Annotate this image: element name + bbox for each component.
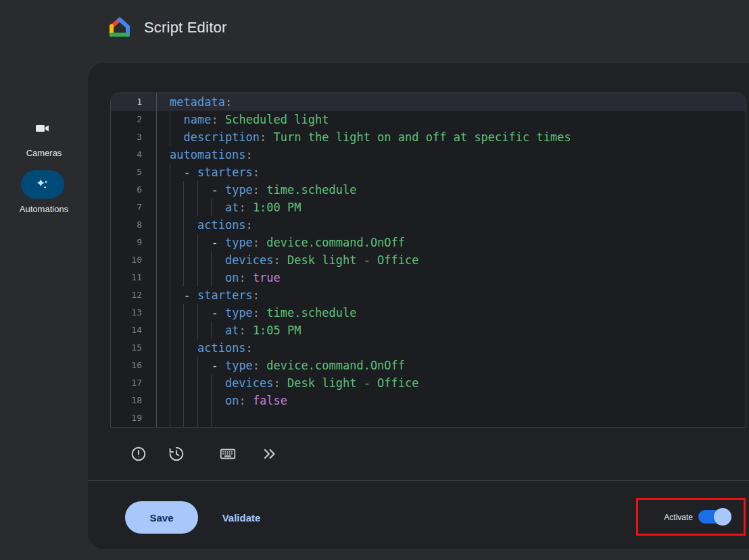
code-text: actions: <box>157 216 746 234</box>
indent-guide <box>211 322 212 339</box>
line-number: 6 <box>111 181 157 199</box>
code-line-18: 18 on: false <box>111 392 746 409</box>
indent-guide <box>183 269 184 286</box>
code-line-3: 3 description: Turn the light on and off… <box>111 128 746 146</box>
indent-guide <box>197 199 198 216</box>
line-number: 8 <box>111 216 157 234</box>
line-number: 3 <box>111 128 157 146</box>
code-text: devices: Desk light - Office <box>157 251 746 269</box>
code-line-10: 10 devices: Desk light - Office <box>111 251 746 269</box>
indent-guide <box>183 322 184 339</box>
indent-guide <box>183 357 184 374</box>
problems-button[interactable] <box>126 442 151 466</box>
validate-button[interactable]: Validate <box>211 501 272 534</box>
indent-guide <box>170 374 170 392</box>
code-text: - starters: <box>157 286 746 304</box>
keyboard-icon <box>219 445 237 463</box>
code-text: at: 1:05 PM <box>157 322 746 339</box>
indent-guide <box>183 409 184 427</box>
code-text: description: Turn the light on and off a… <box>157 128 746 146</box>
indent-guide <box>197 269 198 286</box>
line-number: 18 <box>111 392 157 409</box>
code-line-6: 6 - type: time.schedule <box>111 181 746 199</box>
indent-guide <box>211 374 212 392</box>
history-button[interactable] <box>164 442 189 466</box>
line-number: 13 <box>111 304 157 322</box>
activate-label: Activate <box>652 513 693 522</box>
indent-guide <box>170 357 170 374</box>
indent-guide <box>197 234 198 251</box>
line-number: 15 <box>111 339 157 357</box>
indent-guide <box>170 392 170 409</box>
line-number: 12 <box>111 286 157 304</box>
editor-card: 1metadata:2 name: Scheduled light3 descr… <box>88 63 749 549</box>
indent-guide <box>170 234 170 251</box>
indent-guide <box>197 251 198 269</box>
sidebar-item-label: Cameras <box>0 148 88 158</box>
indent-guide <box>170 216 170 234</box>
double-chevron-right-icon <box>261 445 279 463</box>
indent-guide <box>170 128 170 146</box>
line-number: 16 <box>111 357 157 374</box>
line-number: 9 <box>111 234 157 251</box>
code-text: name: Scheduled light <box>157 111 746 128</box>
code-text: actions: <box>157 339 746 357</box>
line-number: 17 <box>111 374 157 392</box>
code-text: on: true <box>157 269 746 286</box>
indent-guide <box>170 199 170 216</box>
code-text: on: false <box>157 392 746 409</box>
code-editor[interactable]: 1metadata:2 name: Scheduled light3 descr… <box>110 93 746 428</box>
keyboard-button[interactable] <box>216 442 240 466</box>
line-number: 4 <box>111 146 157 163</box>
indent-guide <box>170 322 170 339</box>
indent-guide <box>197 374 198 392</box>
code-line-13: 13 - type: time.schedule <box>111 304 746 322</box>
line-number: 10 <box>111 251 157 269</box>
expand-toolbar-button[interactable] <box>258 442 282 466</box>
code-line-16: 16 - type: device.command.OnOff <box>111 357 746 374</box>
code-line-5: 5 - starters: <box>111 163 746 181</box>
sidebar-item-label: Automations <box>0 204 88 214</box>
indent-guide <box>183 199 184 216</box>
footer-divider <box>88 480 749 481</box>
indent-guide <box>183 339 184 357</box>
activate-toggle[interactable] <box>698 510 729 524</box>
indent-guide <box>183 216 184 234</box>
active-item-pill <box>21 170 64 199</box>
code-line-15: 15 actions: <box>111 339 746 357</box>
indent-guide <box>197 392 198 409</box>
line-number: 7 <box>111 199 157 216</box>
indent-guide <box>211 199 212 216</box>
indent-guide <box>197 322 198 339</box>
page-title: Script Editor <box>144 19 226 36</box>
save-button[interactable]: Save <box>125 501 198 534</box>
code-line-8: 8 actions: <box>111 216 746 234</box>
line-number: 19 <box>111 409 157 427</box>
code-text: - type: device.command.OnOff <box>157 357 746 374</box>
indent-guide <box>170 339 170 357</box>
line-number: 14 <box>111 322 157 339</box>
code-line-2: 2 name: Scheduled light <box>111 111 746 128</box>
code-text: - starters: <box>157 163 746 181</box>
indent-guide <box>170 181 170 199</box>
sparkle-icon <box>35 177 50 192</box>
line-number: 1 <box>111 93 157 111</box>
line-number: 11 <box>111 269 157 286</box>
code-line-19: 19 <box>111 409 746 427</box>
indent-guide <box>170 304 170 322</box>
indent-guide <box>211 251 212 269</box>
indent-guide <box>170 269 170 286</box>
code-text: - type: device.command.OnOff <box>157 234 746 251</box>
indent-guide <box>211 392 212 409</box>
code-line-9: 9 - type: device.command.OnOff <box>111 234 746 251</box>
video-camera-icon <box>34 120 51 136</box>
indent-guide <box>197 357 198 374</box>
code-line-14: 14 at: 1:05 PM <box>111 322 746 339</box>
code-text <box>157 409 746 427</box>
indent-guide <box>183 374 184 392</box>
code-text: - type: time.schedule <box>157 181 746 199</box>
indent-guide <box>183 181 184 199</box>
toggle-thumb <box>714 508 731 526</box>
indent-guide <box>183 251 184 269</box>
indent-guide <box>197 181 198 199</box>
